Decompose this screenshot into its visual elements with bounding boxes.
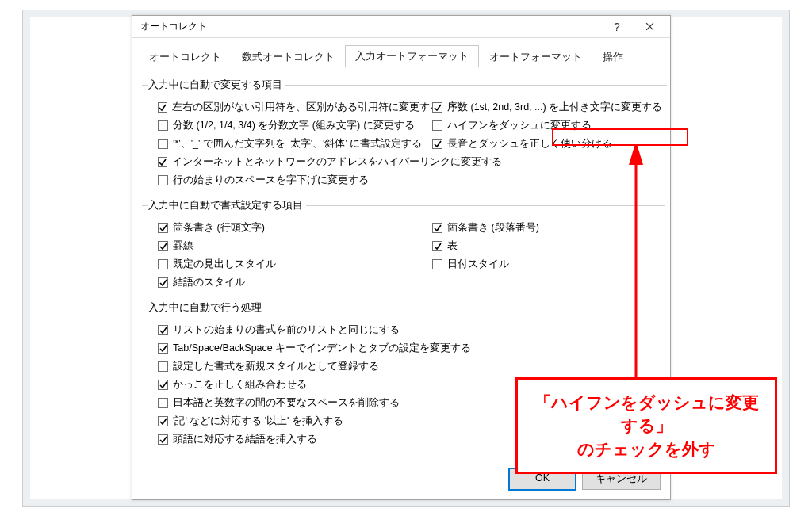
section-title: 入力中に自動で書式設定する項目: [148, 199, 306, 212]
checkbox-label: 箇条書き (段落番号): [447, 221, 539, 235]
s2-right-item[interactable]: 日付スタイル: [432, 255, 661, 273]
close-button[interactable]: [632, 17, 667, 36]
checkbox[interactable]: [158, 139, 168, 149]
s1-right-item[interactable]: 序数 (1st, 2nd, 3rd, ...) を上付き文字に変更する: [432, 98, 662, 117]
s2-right-item[interactable]: 箇条書き (段落番号): [432, 219, 661, 237]
help-button[interactable]: ?: [602, 17, 632, 36]
s1-left-item[interactable]: インターネットとネットワークのアドレスをハイパーリンクに変更する: [158, 153, 427, 171]
checkbox[interactable]: [158, 120, 168, 131]
checkbox[interactable]: [158, 223, 168, 233]
checkbox[interactable]: [432, 139, 442, 149]
checkbox-label: '記' などに対応する '以上' を挿入する: [173, 415, 343, 428]
tab-0[interactable]: オートコレクト: [139, 46, 232, 67]
checkbox[interactable]: [432, 259, 442, 269]
s3-item[interactable]: '記' などに対応する '以上' を挿入する: [158, 412, 661, 430]
cancel-button[interactable]: キャンセル: [582, 468, 661, 490]
help-icon: ?: [614, 21, 620, 33]
s3-item[interactable]: 日本語と英数字の間の不要なスペースを削除する: [158, 394, 661, 412]
s1-right-item[interactable]: ハイフンをダッシュに変更する: [432, 117, 662, 135]
checkbox-label: 設定した書式を新規スタイルとして登録する: [173, 360, 379, 373]
checkbox-label: 長音とダッシュを正しく使い分ける: [447, 137, 612, 151]
checkbox[interactable]: [158, 259, 168, 269]
tab-4[interactable]: 操作: [592, 46, 634, 67]
s2-left-item[interactable]: 結語のスタイル: [158, 273, 427, 292]
checkbox[interactable]: [158, 241, 168, 251]
s1-left-item[interactable]: '*'、'_' で囲んだ文字列を '太字'、'斜体' に書式設定する: [158, 135, 427, 153]
section-title: 入力中に自動で行う処理: [148, 301, 265, 315]
s2-left-item[interactable]: 罫線: [158, 237, 427, 255]
checkbox[interactable]: [158, 398, 168, 408]
dialog-buttons: OK キャンセル: [509, 468, 661, 490]
s3-item[interactable]: かっこを正しく組み合わせる: [158, 376, 661, 394]
checkbox-label: リストの始まりの書式を前のリストと同じにする: [173, 323, 400, 337]
checkbox-label: かっこを正しく組み合わせる: [173, 378, 307, 392]
checkbox[interactable]: [432, 102, 442, 113]
checkbox-label: 行の始まりのスペースを字下げに変更する: [173, 174, 369, 187]
s3-item[interactable]: 設定した書式を新規スタイルとして登録する: [158, 357, 661, 376]
checkbox-label: 分数 (1/2, 1/4, 3/4) を分数文字 (組み文字) に変更する: [173, 119, 415, 132]
checkbox[interactable]: [158, 343, 168, 354]
section-auto-format: 入力中に自動で書式設定する項目 箇条書き (行頭文字)罫線既定の見出しスタイル結…: [142, 199, 665, 293]
checkbox[interactable]: [158, 361, 168, 372]
close-icon: [645, 20, 654, 33]
s1-left-item[interactable]: 分数 (1/2, 1/4, 3/4) を分数文字 (組み文字) に変更する: [158, 117, 427, 135]
section-auto-replace: 入力中に自動で変更する項目 左右の区別がない引用符を、区別がある引用符に変更する…: [142, 78, 667, 191]
checkbox-label: ハイフンをダッシュに変更する: [447, 119, 592, 132]
checkbox[interactable]: [158, 380, 168, 390]
checkbox-label: 序数 (1st, 2nd, 3rd, ...) を上付き文字に変更する: [447, 101, 662, 114]
checkbox[interactable]: [158, 175, 168, 185]
checkbox[interactable]: [158, 434, 168, 445]
checkbox[interactable]: [158, 102, 167, 113]
checkbox-label: '*'、'_' で囲んだ文字列を '太字'、'斜体' に書式設定する: [173, 137, 422, 151]
checkbox-label: 日付スタイル: [447, 258, 509, 271]
s3-item[interactable]: Tab/Space/BackSpace キーでインデントとタブの設定を変更する: [158, 339, 661, 357]
checkbox-label: 左右の区別がない引用符を、区別がある引用符に変更する: [172, 101, 440, 114]
section-title: 入力中に自動で変更する項目: [148, 78, 285, 92]
checkbox[interactable]: [432, 223, 442, 233]
checkbox[interactable]: [158, 277, 168, 288]
s3-item[interactable]: リストの始まりの書式を前のリストと同じにする: [158, 321, 661, 339]
checkbox[interactable]: [158, 157, 167, 167]
dialog-title: オートコレクト: [140, 20, 602, 33]
checkbox-label: 表: [447, 239, 458, 253]
tab-1[interactable]: 数式オートコレクト: [232, 46, 345, 67]
autocorrect-dialog: オートコレクト ? オートコレクト数式オートコレクト入力オートフォーマットオート…: [132, 15, 671, 500]
checkbox[interactable]: [432, 120, 442, 131]
checkbox-label: 罫線: [173, 239, 193, 253]
titlebar: オートコレクト ?: [132, 16, 670, 38]
checkbox-label: 日本語と英数字の間の不要なスペースを削除する: [173, 396, 400, 410]
checkbox-label: 既定の見出しスタイル: [173, 258, 276, 271]
s1-right-item[interactable]: 長音とダッシュを正しく使い分ける: [432, 135, 662, 153]
s3-item[interactable]: 頭語に対応する結語を挿入する: [158, 430, 661, 449]
s2-right-item[interactable]: 表: [432, 237, 661, 255]
tab-3[interactable]: オートフォーマット: [479, 46, 592, 67]
section-auto-action: 入力中に自動で行う処理 リストの始まりの書式を前のリストと同じにするTab/Sp…: [142, 301, 665, 450]
checkbox-label: Tab/Space/BackSpace キーでインデントとタブの設定を変更する: [173, 342, 471, 355]
dialog-body: 入力中に自動で変更する項目 左右の区別がない引用符を、区別がある引用符に変更する…: [132, 67, 670, 506]
tab-bar: オートコレクト数式オートコレクト入力オートフォーマットオートフォーマット操作: [132, 38, 670, 67]
checkbox[interactable]: [158, 325, 168, 335]
s1-left-item[interactable]: 左右の区別がない引用符を、区別がある引用符に変更する: [158, 98, 427, 117]
s2-left-item[interactable]: 箇条書き (行頭文字): [158, 219, 427, 237]
s1-left-item[interactable]: 行の始まりのスペースを字下げに変更する: [158, 171, 427, 189]
s2-left-item[interactable]: 既定の見出しスタイル: [158, 255, 427, 273]
checkbox[interactable]: [158, 416, 168, 426]
checkbox-label: 箇条書き (行頭文字): [173, 221, 265, 235]
ok-button[interactable]: OK: [509, 468, 576, 490]
checkbox[interactable]: [432, 241, 442, 251]
tab-2[interactable]: 入力オートフォーマット: [345, 45, 479, 67]
checkbox-label: 結語のスタイル: [173, 276, 245, 289]
checkbox-label: 頭語に対応する結語を挿入する: [173, 433, 317, 446]
